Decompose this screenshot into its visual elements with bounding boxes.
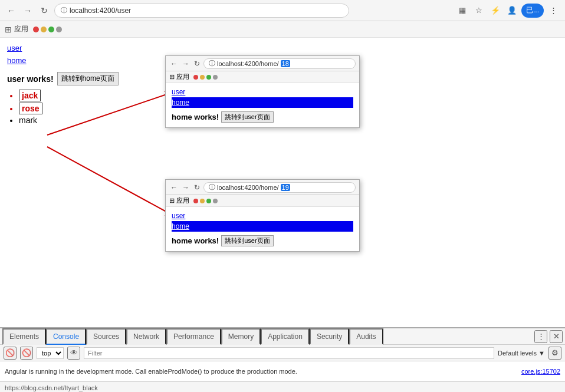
refresh-button[interactable]: ↻	[38, 4, 51, 17]
default-levels[interactable]: Default levels ▼	[498, 350, 545, 357]
mini-lock-1: ⓘ	[209, 59, 215, 68]
mini-circle-yellow-1	[200, 75, 205, 80]
context-select[interactable]: top	[37, 347, 64, 359]
apps-label: 应用	[14, 24, 28, 34]
circle-green	[48, 27, 54, 32]
circle-gray	[56, 27, 62, 32]
devtools-more-button[interactable]: ⋮	[534, 330, 547, 343]
apps-icon: ⊞	[5, 25, 12, 34]
mini-content-1: user home home works! 跳转到user页面	[166, 83, 359, 127]
tab-sources[interactable]: Sources	[86, 328, 126, 345]
circle-yellow	[41, 27, 47, 32]
mini-apps-bar-2: ⊞ 应用	[166, 195, 359, 207]
mini-apps-bar-1: ⊞ 应用	[166, 71, 359, 83]
url-text: localhost:4200/user	[70, 6, 131, 15]
mini-works-1: home works!	[172, 113, 219, 121]
back-button[interactable]: ←	[5, 4, 18, 17]
mini-home-link-2[interactable]: home	[172, 221, 353, 232]
devtools-panel: Elements Console Sources Network Perform…	[0, 327, 565, 392]
filter-input[interactable]	[84, 347, 494, 359]
mini-chrome-2: ← → ↻ ⓘ localhost:4200/home/19	[166, 180, 359, 195]
user-list-item-jack: jack	[19, 90, 41, 101]
mini-url-base-2: localhost:4200/home/	[217, 184, 279, 191]
mini-jump-btn-1[interactable]: 跳转到user页面	[221, 111, 273, 123]
mini-apps-icon-2: ⊞	[169, 197, 175, 205]
cast-button[interactable]: ▦	[455, 4, 469, 18]
mini-apps-label-1: 应用	[176, 73, 189, 81]
mini-circle-green-1	[206, 75, 211, 80]
mini-url-id-1: 18	[281, 60, 290, 67]
mini-apps-icon-1: ⊞	[169, 73, 175, 81]
tab-audits[interactable]: Audits	[349, 328, 383, 345]
mini-circle-red-1	[193, 75, 198, 80]
mini-url-base-1: localhost:4200/home/	[217, 60, 279, 67]
page-content: user home user works! 跳转到home页面 jack ros…	[0, 38, 565, 309]
tab-indicators	[33, 27, 62, 32]
mini-refresh-1[interactable]: ↻	[193, 60, 201, 68]
mini-chrome-1: ← → ↻ ⓘ localhost:4200/home/18	[166, 56, 359, 71]
mini-circle-green-2	[206, 199, 211, 203]
devtools-close-button[interactable]: ✕	[550, 330, 563, 343]
mini-works-2: home works!	[172, 236, 219, 245]
tab-memory[interactable]: Memory	[221, 328, 261, 345]
account-button[interactable]: 👤	[505, 4, 519, 18]
mini-forward-2[interactable]: →	[181, 183, 190, 192]
mini-url-id-2: 19	[281, 184, 290, 191]
mini-back-2[interactable]: ←	[169, 183, 179, 192]
mini-forward-1[interactable]: →	[181, 60, 190, 68]
tab-application[interactable]: Application	[261, 328, 310, 345]
mini-back-1[interactable]: ←	[169, 60, 179, 68]
jump-to-home-button[interactable]: 跳转到home页面	[57, 72, 119, 85]
address-bar[interactable]: ⓘ localhost:4200/user	[54, 4, 349, 18]
page-works-text: user works!	[7, 74, 54, 84]
user-link[interactable]: user	[7, 42, 558, 55]
user-list-item-rose: rose	[19, 103, 42, 114]
mini-circle-red-2	[193, 199, 198, 203]
lock-icon: ⓘ	[61, 6, 67, 15]
bookmark-button[interactable]: ☆	[472, 4, 486, 18]
tab-elements[interactable]: Elements	[2, 328, 46, 345]
tab-performance[interactable]: Performance	[166, 328, 221, 345]
console-message: Angular is running in the development mo…	[5, 368, 297, 375]
settings-button[interactable]: ⚙	[548, 347, 561, 360]
eye-button[interactable]: 👁	[67, 347, 80, 360]
console-clear-button[interactable]: 🚫	[4, 347, 17, 360]
profile-label: 已...	[526, 5, 539, 15]
mini-circle-gray-2	[213, 199, 218, 203]
console-filter-button[interactable]: 🚫	[20, 347, 33, 360]
circle-red	[33, 27, 39, 32]
devtools-icons: ⋮ ✕	[534, 330, 563, 343]
forward-button[interactable]: →	[21, 4, 34, 17]
tab-network[interactable]: Network	[126, 328, 166, 345]
status-url: https://blog.csdn.net/Ityart_black	[5, 384, 98, 391]
tab-security[interactable]: Security	[310, 328, 349, 345]
mini-lock-2: ⓘ	[209, 183, 215, 192]
mini-circle-yellow-2	[200, 199, 205, 203]
mini-address-2[interactable]: ⓘ localhost:4200/home/19	[203, 182, 356, 193]
devtools-status: https://blog.csdn.net/Ityart_black	[0, 381, 565, 392]
source-link[interactable]: core.js:15702	[521, 368, 560, 375]
profile-button[interactable]: 已...	[521, 4, 544, 18]
menu-button[interactable]: ⋮	[546, 4, 560, 18]
devtools-toolbar: 🚫 🚫 top 👁 Default levels ▼ ⚙	[0, 345, 565, 361]
mini-user-link-2[interactable]: user	[172, 210, 353, 221]
embedded-browser-1: ← → ↻ ⓘ localhost:4200/home/18 ⊞ 应用	[165, 55, 360, 128]
mini-circles-1	[193, 75, 218, 80]
mini-address-1[interactable]: ⓘ localhost:4200/home/18	[203, 58, 356, 69]
mini-apps-label-2: 应用	[176, 196, 189, 205]
devtools-tabs: Elements Console Sources Network Perform…	[0, 328, 565, 345]
chrome-right-controls: ▦ ☆ ⚡ 👤 已... ⋮	[455, 4, 560, 18]
mini-refresh-2[interactable]: ↻	[193, 183, 201, 192]
tab-console[interactable]: Console	[46, 328, 86, 345]
mini-jump-btn-2[interactable]: 跳转到user页面	[221, 235, 273, 246]
console-output: Angular is running in the development mo…	[0, 361, 565, 381]
mini-user-link-1[interactable]: user	[172, 87, 353, 97]
embedded-browser-2: ← → ↻ ⓘ localhost:4200/home/19 ⊞ 应用	[165, 179, 360, 252]
mini-home-link-1[interactable]: home	[172, 97, 353, 108]
mini-circle-gray-1	[213, 75, 218, 80]
apps-bar: ⊞ 应用	[0, 21, 565, 38]
extension-button[interactable]: ⚡	[488, 4, 502, 18]
mini-circles-2	[193, 199, 218, 203]
svg-line-2	[47, 147, 177, 218]
browser-chrome: ← → ↻ ⓘ localhost:4200/user ▦ ☆ ⚡ 👤 已...…	[0, 0, 565, 21]
